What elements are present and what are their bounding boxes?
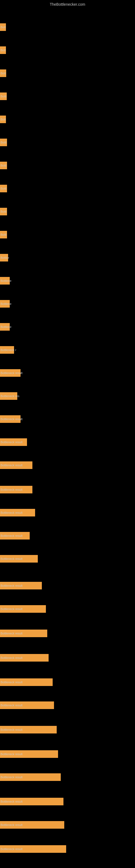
bar-label: Bott [1,72,6,75]
bar-row: Bottleneck result [0,719,135,741]
bar-label: Bottleneck result [1,800,22,803]
bar-row: Bottl [0,224,135,246]
bar-row: Bottlene [0,293,135,315]
bar-row: Bott [0,16,135,38]
bar-label: Bottleneck result [1,464,22,467]
bar-label: Bottleneck result [1,607,22,611]
bar-label: Bott [1,49,6,52]
bar-label: Bottleneck result [1,775,22,779]
bar-row: Bottlene [0,316,135,338]
bar-label: Bottlene [1,302,11,305]
bar-label: Bottleneck result [1,728,22,731]
bar-row: Bottleneck result [0,525,135,547]
bar-label: Bott [1,26,6,29]
bar-row: Bottleneck result [0,814,135,836]
bar-label: Bottleneck result [1,847,22,850]
bar-label: Bottleneck result [1,632,22,635]
bar-row: Bottleneck result [0,647,135,669]
site-title: TheBottlenecker.com [0,0,135,9]
bar-row: Bottleneck result [0,671,135,693]
bar-row: Bottleneck result [0,766,135,788]
bar-row: Bottleneck result [0,362,135,384]
bar-label: Bottleneck result [1,534,22,537]
bar-row: Bottleneck result [0,502,135,524]
bar-row: Bottleneck result [0,743,135,765]
bar-label: Bottl [1,164,6,167]
bar-label: Bottleneck result [1,752,22,756]
bar-row: Bottl [0,155,135,176]
bar-label: Bottleneck result [1,823,22,827]
bar-label: Bottleneck result [1,440,22,444]
bar-label: Bottleneck result [1,417,22,421]
bar-row: Bottleneck result [0,694,135,716]
bar-row: Bottleneck result [0,791,135,812]
bar-row: Bottleneck result [0,575,135,596]
bar-row: Bottleneck result [0,479,135,500]
bar-label: Bottleneck result [1,704,22,707]
bar-label: Bottleneck result [1,488,22,491]
bar-row: Bottleneck result [0,408,135,430]
bar-label: Bottl [1,141,6,144]
bar-label: Bottleneck result [1,656,22,659]
bar-label: Bottlene [1,279,11,282]
bar-row: Bottlene [0,270,135,291]
bar-label: Bottleneck result [1,557,22,560]
bar-row: Botti [0,86,135,107]
bar-label: Bott [1,118,6,121]
bar-row: Bottleneck result [0,598,135,620]
bar-row: Bottleneck result [0,431,135,453]
bar-row: Bottleneck result [0,838,135,860]
bar-row: Bottler [0,247,135,269]
bar-row: Bott [0,108,135,130]
bar-row: Bottl [0,131,135,153]
bar-label: Bottl [1,187,6,190]
bar-label: Bottler [1,256,9,259]
bar-label: Bottleneck res [1,394,19,398]
bar-label: Bottleneck result [1,681,22,684]
bar-label: Bottleneck r [1,348,16,351]
bar-label: Bottl [1,210,6,213]
bar-label: Bottl [1,233,6,236]
bar-row: Bottleneck result [0,548,135,569]
bar-label: Botti [1,95,6,98]
bar-row: Bottl [0,178,135,199]
bar-row: Bott [0,62,135,84]
bar-row: Bottleneck res [0,385,135,407]
bar-row: Bottleneck result [0,454,135,476]
bar-label: Bottlene [1,325,11,329]
bar-label: Bottleneck result [1,511,22,514]
bar-row: Bott [0,39,135,61]
bar-row: Bottl [0,201,135,222]
bar-row: Bottleneck result [0,622,135,644]
bar-label: Bottleneck result [1,371,22,375]
bar-label: Bottleneck result [1,584,22,587]
bar-row: Bottleneck r [0,339,135,361]
